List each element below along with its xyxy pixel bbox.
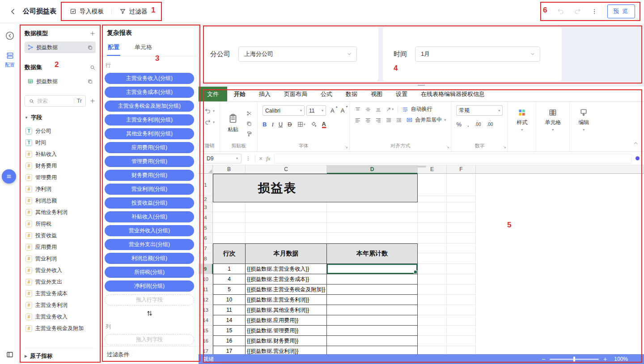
model-item[interactable]: 损益数据	[25, 42, 96, 53]
grid-cell[interactable]	[213, 212, 246, 223]
grid-cell[interactable]	[447, 295, 476, 305]
row-header[interactable]: 10	[199, 274, 213, 285]
company-select[interactable]: 上海分公司	[238, 46, 357, 62]
grid-cell[interactable]: {{损益数据.主营业务收入}}	[246, 264, 327, 274]
grid-cell[interactable]: 4	[213, 274, 246, 285]
wrap-text-button[interactable]: 自动换行	[402, 105, 432, 113]
field-item[interactable]: #管理费用	[25, 172, 96, 183]
grid-cell[interactable]: {{损益数据.主营业务利润}}	[246, 295, 327, 305]
field-item[interactable]: T分公司	[25, 125, 96, 137]
align-left-icon[interactable]	[355, 117, 361, 123]
menu-tab-8[interactable]: 设置	[389, 87, 414, 101]
grid-cell[interactable]	[418, 212, 447, 223]
field-item[interactable]: #其他业务利润	[25, 206, 96, 218]
row-field-pill[interactable]: 所得税(分组)	[105, 267, 194, 278]
grid-cell[interactable]	[327, 295, 418, 305]
grid-cell[interactable]	[418, 174, 447, 196]
grid-cell[interactable]: {{损益数据.主营业务成本}}	[246, 274, 327, 285]
split-handle[interactable]	[416, 166, 426, 167]
grid-cell[interactable]: {{损益数据.管理费用}}	[246, 326, 327, 336]
field-item[interactable]: #主营业务成本	[25, 288, 96, 299]
zoom-handle[interactable]	[573, 357, 575, 362]
undo-icon[interactable]	[557, 8, 564, 15]
grid-cell[interactable]	[327, 326, 418, 336]
increase-font-icon[interactable]: A▲	[330, 108, 335, 113]
number-format-select[interactable]: 常规▾	[456, 105, 503, 116]
row-header[interactable]: 3	[199, 202, 213, 212]
zoom-in-icon[interactable]: +	[603, 356, 607, 363]
edit-button[interactable]: 编辑 ▾	[575, 105, 593, 132]
tab-config[interactable]: 配置	[107, 41, 120, 56]
grid-cell[interactable]	[418, 315, 447, 326]
percent-icon[interactable]: %	[456, 121, 462, 127]
merge-center-button[interactable]: 合并后居中 ▾	[406, 116, 446, 124]
swap-row-col-icon[interactable]	[146, 310, 153, 317]
row-header[interactable]: 13	[199, 305, 213, 315]
grid-cell[interactable]: {{损益数据.财务费用}}	[246, 336, 327, 346]
grid-cell[interactable]	[327, 336, 418, 346]
field-type-filter[interactable]: Tr	[77, 98, 82, 104]
tab-cell[interactable]: 单元格	[134, 41, 153, 56]
field-item[interactable]: #财务费用	[25, 160, 96, 172]
table-header-cell[interactable]: 本月数据	[246, 243, 327, 264]
grid-cell[interactable]	[418, 305, 447, 315]
comma-icon[interactable]: ,	[467, 121, 469, 127]
menu-tab-4[interactable]: 页面布局	[277, 87, 314, 101]
row-field-pill[interactable]: 净利润(分组)	[105, 280, 194, 292]
borders-icon[interactable]: ▾	[297, 121, 305, 128]
grid-cell[interactable]	[447, 285, 476, 295]
cut-icon[interactable]	[246, 110, 252, 117]
field-item[interactable]: #主营业务税金及附加	[25, 322, 96, 334]
grid-cell[interactable]: 17	[213, 346, 246, 354]
grid-cell[interactable]	[213, 202, 246, 212]
increase-indent-icon[interactable]	[396, 117, 402, 123]
grid-cell[interactable]	[213, 223, 246, 233]
grid-cell[interactable]: 1	[213, 264, 246, 274]
row-header[interactable]: 9	[199, 264, 213, 274]
align-middle-icon[interactable]	[365, 106, 371, 113]
group-expand-icon[interactable]	[503, 146, 506, 149]
grid-cell[interactable]	[447, 315, 476, 326]
table-header-cell[interactable]: 本年累计数	[327, 243, 418, 264]
row-header[interactable]: 11	[199, 285, 213, 295]
grid-cell[interactable]	[418, 253, 447, 264]
field-item[interactable]: #营业利润	[25, 253, 96, 264]
row-header[interactable]: 17	[199, 346, 213, 354]
column-header[interactable]: D	[327, 165, 418, 174]
strikethrough-icon[interactable]: D	[288, 121, 292, 127]
ribbon-undo-button[interactable]: ▾	[204, 105, 215, 117]
drop-col-field[interactable]: 拖入列字段	[105, 334, 194, 345]
italic-icon[interactable]: I	[271, 121, 273, 127]
grid-cell[interactable]	[327, 315, 418, 326]
row-field-pill[interactable]: 其他业务利润(分组)	[105, 128, 194, 139]
formula-input[interactable]	[274, 154, 632, 163]
grid-cell[interactable]	[418, 274, 447, 285]
ribbon-redo-button[interactable]: ▾	[204, 117, 215, 128]
row-header[interactable]: 5	[199, 223, 213, 233]
row-field-pill[interactable]: 管理费用(分组)	[105, 156, 194, 167]
import-template-button[interactable]: 导入模板	[70, 8, 104, 16]
bold-icon[interactable]: B	[263, 121, 267, 127]
grid-cell[interactable]	[213, 233, 246, 243]
row-header[interactable]: 2	[199, 196, 213, 202]
name-box-menu-icon[interactable]	[245, 155, 251, 162]
menu-tab-6[interactable]: 数据	[339, 87, 364, 101]
collapse-ribbon-icon[interactable]	[633, 140, 639, 148]
grid-cell[interactable]	[327, 274, 418, 285]
grid-cell[interactable]: {{损益数据.营业利润}}	[246, 346, 327, 354]
grid-cell[interactable]	[447, 346, 476, 354]
cells-button[interactable]: 单元格 ▾	[541, 105, 564, 132]
row-field-pill[interactable]: 应用费用(分组)	[105, 142, 194, 153]
menu-tab-9[interactable]: 在线表格编辑器授权信息	[414, 87, 491, 101]
grid-cell[interactable]	[418, 233, 447, 243]
grid-cell[interactable]: 11	[213, 305, 246, 315]
grid-cell[interactable]	[327, 223, 418, 233]
grid-cell[interactable]	[447, 174, 476, 196]
field-item[interactable]: #营业外收入	[25, 264, 96, 276]
copy-icon[interactable]	[87, 45, 93, 50]
grid-cell[interactable]	[447, 223, 476, 233]
grid-cell[interactable]: {{损益数据.其他业务利润}}	[246, 305, 327, 315]
cell-reference-box[interactable]: D9▾	[203, 154, 242, 163]
row-header[interactable]: 12	[199, 295, 213, 305]
menu-tab-2[interactable]: 开始	[227, 87, 252, 101]
